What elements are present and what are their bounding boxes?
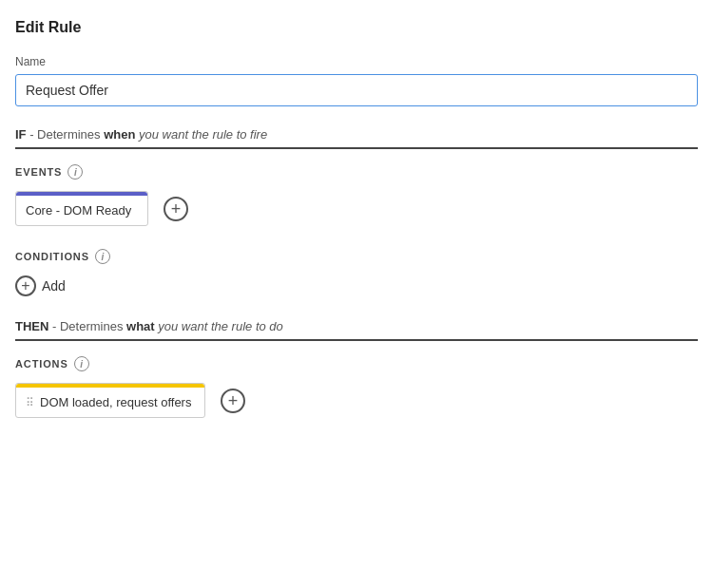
action-card[interactable]: ⠿ DOM loaded, request offers [15,383,205,418]
add-condition-label: Add [42,278,66,294]
conditions-section: CONDITIONS i + Add [15,249,698,296]
page-container: Edit Rule Name IF - Determines when you … [0,0,713,588]
name-label: Name [15,55,698,68]
conditions-header: CONDITIONS i [15,249,698,264]
events-section: EVENTS i Core - DOM Ready + [15,164,698,226]
events-info-icon[interactable]: i [67,164,83,180]
add-condition-button[interactable]: + Add [15,275,66,296]
add-action-button[interactable]: + [221,389,245,413]
events-header: EVENTS i [15,164,698,180]
actions-info-icon[interactable]: i [74,356,89,371]
actions-header: ACTIONS i [15,356,698,371]
if-label: IF - Determines when you want the rule t… [15,127,698,142]
then-section: THEN - Determines what you want the rule… [15,319,698,341]
actions-section: ACTIONS i ⠿ DOM loaded, request offers + [15,356,698,418]
event-card[interactable]: Core - DOM Ready [15,191,148,226]
if-description-prefix: - Determines [27,127,105,142]
add-event-button[interactable]: + [164,197,188,221]
then-description-suffix: you want the rule to do [155,319,283,333]
then-label: THEN - Determines what you want the rule… [15,319,698,333]
add-condition-icon: + [15,275,36,296]
actions-row: ⠿ DOM loaded, request offers + [15,383,698,418]
conditions-label: CONDITIONS [15,251,89,262]
then-divider [15,339,698,341]
action-card-body: ⠿ DOM loaded, request offers [16,388,204,417]
actions-label: ACTIONS [15,358,68,370]
if-keyword: IF [15,127,27,142]
conditions-info-icon[interactable]: i [95,249,110,264]
if-section: IF - Determines when you want the rule t… [15,127,698,149]
event-card-body: Core - DOM Ready [16,196,147,225]
if-description-bold: when [104,127,135,142]
page-title: Edit Rule [15,19,698,36]
events-label: EVENTS [15,166,62,178]
if-divider [15,147,698,149]
events-row: Core - DOM Ready + [15,191,698,226]
then-description-bold: what [126,319,155,333]
drag-icon: ⠿ [26,397,34,408]
name-field-group: Name [15,55,698,106]
then-keyword: THEN [15,319,48,333]
if-description-suffix: you want the rule to fire [135,127,267,142]
add-condition-row: + Add [15,275,698,296]
action-card-label: DOM loaded, request offers [40,395,191,409]
name-input[interactable] [15,74,698,106]
then-description-prefix: - Determines [48,319,126,333]
